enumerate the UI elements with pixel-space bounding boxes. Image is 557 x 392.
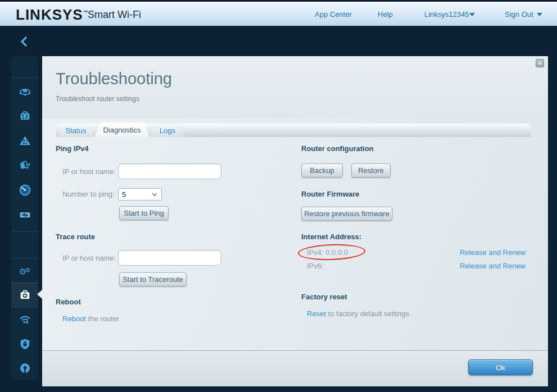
internet-address-heading: Internet Address: [301, 233, 361, 241]
router-configuration-heading: Router configuration [301, 144, 374, 153]
active-item-pointer [37, 290, 42, 299]
wireless-gear-icon [19, 313, 31, 326]
backup-button[interactable]: Backup [301, 163, 343, 177]
ipv4-address-value: IPv4: 0.0.0.0 [307, 248, 348, 257]
reboot-rest-text: the router [86, 314, 119, 323]
top-header-bar: LINKSYS™ Smart Wi-Fi App Center Help Lin… [0, 0, 557, 27]
sign-out-menu[interactable]: Sign Out [505, 10, 533, 19]
ping-ipv4-heading: Ping IPv4 [56, 144, 89, 153]
sidebar-divider [11, 258, 38, 259]
troubleshooting-modal: Troubleshooting Troubleshoot router sett… [42, 56, 548, 386]
number-to-ping-value: 5 [122, 190, 126, 199]
account-menu[interactable]: Linksys12345 [424, 10, 469, 19]
release-renew-ipv6-link[interactable]: Release and Renew [460, 262, 526, 270]
trace-route-heading: Trace route [56, 233, 95, 241]
linksys-logo: LINKSYS™ [16, 6, 89, 24]
ping-ip-input[interactable] [118, 163, 221, 179]
security-shield-icon [19, 338, 31, 350]
sidebar-item-troubleshooting[interactable] [11, 288, 38, 302]
sidebar-divider [11, 231, 38, 232]
vpn-keyhole-icon [19, 362, 31, 375]
tab-status[interactable]: Status [57, 124, 94, 137]
sidebar-item-vpn[interactable] [11, 361, 38, 375]
settings-gears-icon: ⚙⚙ [19, 267, 30, 276]
reset-link[interactable]: Reset [307, 309, 326, 318]
reboot-link[interactable]: Reboot [62, 314, 86, 323]
restore-previous-firmware-button[interactable]: Restore previous firmware [301, 207, 392, 221]
account-caret-icon[interactable] [469, 13, 475, 16]
sidebar-item-media[interactable] [11, 109, 38, 122]
close-button[interactable]: ✕ [536, 59, 544, 67]
chevron-left-icon [19, 35, 31, 48]
usb-icon [19, 208, 31, 221]
sign-out-caret-icon[interactable] [537, 13, 542, 16]
reboot-heading: Reboot [56, 298, 81, 306]
sidebar-item-speed-test[interactable] [11, 183, 38, 197]
number-to-ping-select[interactable]: 5 [118, 188, 162, 200]
chevron-down-icon [152, 193, 157, 197]
ping-ip-label: IP or host name: [62, 167, 116, 176]
close-icon: ✕ [538, 61, 542, 66]
sidebar-divider [11, 307, 38, 307]
page-title: Troubleshooting [56, 70, 172, 88]
number-to-ping-label: Number to ping: [62, 190, 115, 198]
release-renew-ipv4-link[interactable]: Release and Renew [460, 248, 526, 257]
sidebar-divider [11, 78, 38, 78]
start-to-traceroute-button[interactable]: Start to Traceroute [119, 272, 187, 286]
sidebar-item-usb-storage[interactable] [11, 208, 38, 221]
sidebar-item-router[interactable] [11, 84, 38, 98]
restore-button[interactable]: Restore [351, 163, 391, 177]
tab-diagnostics[interactable]: Diagnostics [94, 122, 150, 137]
product-name: Smart Wi-Fi [88, 9, 141, 21]
factory-reset-heading: Factory reset [301, 293, 347, 301]
prioritization-arrow-icon [19, 159, 31, 172]
trace-ip-label: IP or host name: [62, 254, 116, 262]
start-to-ping-button[interactable]: Start to Ping [119, 206, 169, 220]
tab-logs[interactable]: Logs [150, 124, 185, 137]
trace-ip-input[interactable] [118, 250, 221, 266]
factory-reset-rest-text: to factory default settings [326, 309, 409, 318]
factory-reset-line: Reset to factory default settings [307, 309, 409, 318]
linksys-smart-wifi-page: LINKSYS™ Smart Wi-Fi App Center Help Lin… [0, 0, 557, 392]
media-briefcase-icon [19, 110, 31, 122]
sidebar-item-security[interactable] [11, 337, 38, 350]
speed-gauge-icon [19, 184, 31, 197]
tab-bar: Status Diagnostics Logs [56, 124, 531, 137]
ok-button[interactable]: Ok [468, 359, 533, 375]
sidebar-item-parental-controls[interactable] [11, 134, 38, 147]
sidebar-item-connectivity[interactable]: ⚙⚙ [11, 265, 38, 279]
sidebar-item-wireless[interactable] [11, 312, 38, 326]
back-button[interactable] [19, 35, 31, 48]
page-subtitle: Troubleshoot router settings [56, 95, 139, 103]
parental-triangle-icon [19, 134, 31, 147]
app-center-link[interactable]: App Center [315, 10, 352, 19]
modal-header: Troubleshooting Troubleshoot router sett… [42, 56, 548, 118]
troubleshooting-kit-icon [19, 289, 31, 302]
sidebar: ⚙⚙ [11, 56, 38, 380]
sidebar-item-prioritization[interactable] [11, 158, 38, 172]
router-icon [19, 85, 31, 98]
router-firmware-heading: Router Firmware [301, 190, 359, 198]
ipv6-address-value: IPv6: [307, 262, 324, 270]
help-link[interactable]: Help [378, 10, 393, 19]
modal-footer: Ok [42, 350, 548, 386]
reboot-line: Reboot the router [62, 314, 119, 323]
